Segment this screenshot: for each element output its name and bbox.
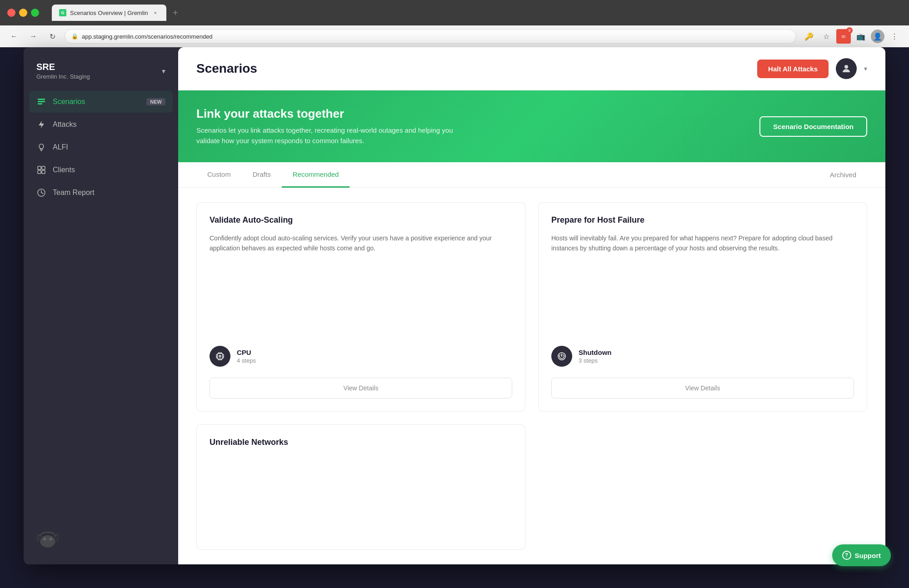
org-sub: Gremlin Inc. Staging (36, 73, 90, 80)
sidebar-item-team-report[interactable]: Team Report (29, 182, 173, 204)
url-text: app.staging.gremlin.com/scenarios/recomm… (82, 33, 213, 40)
halt-all-attacks-btn[interactable]: Halt All Attacks (757, 60, 829, 78)
card-attack-prepare-host-failure: Shutdown 3 steps (551, 346, 854, 367)
svg-point-11 (49, 538, 52, 541)
tab-custom[interactable]: Custom (196, 162, 242, 188)
svg-point-10 (43, 538, 46, 541)
svg-rect-5 (42, 166, 45, 169)
card-title-unreliable-networks: Unreliable Networks (210, 438, 512, 447)
org-name: SRE (36, 62, 90, 72)
hero-text: Link your attacks together Scenarios let… (196, 107, 469, 146)
traffic-lights (7, 9, 39, 17)
sidebar: SRE Gremlin Inc. Staging ▾ (24, 47, 178, 564)
maximize-window-btn[interactable] (31, 9, 39, 17)
svg-rect-0 (38, 99, 45, 100)
sidebar-item-label-attacks: Attacks (53, 120, 76, 129)
back-btn[interactable]: ← (7, 30, 21, 43)
sidebar-item-clients[interactable]: Clients (29, 159, 173, 181)
tabs-container: Custom Drafts Recommended Archived (178, 162, 885, 188)
sidebar-item-label-clients: Clients (53, 166, 75, 174)
attack-info-cpu: CPU 4 steps (237, 349, 256, 364)
address-bar[interactable]: 🔒 app.staging.gremlin.com/scenarios/reco… (65, 29, 796, 44)
team-report-icon (36, 188, 46, 198)
cpu-attack-icon (210, 346, 230, 367)
sidebar-item-attacks[interactable]: Attacks (29, 114, 173, 135)
clients-icon (36, 165, 46, 175)
tab-close-btn[interactable]: × (152, 9, 159, 16)
attacks-icon (36, 120, 46, 130)
top-bar-actions: Halt All Attacks ▾ (757, 58, 867, 79)
new-tab-btn[interactable]: + (168, 5, 183, 20)
org-chevron-icon: ▾ (162, 67, 165, 75)
svg-rect-14 (219, 355, 221, 358)
lock-icon: 🔒 (71, 33, 78, 40)
support-btn[interactable]: ? Support (832, 544, 891, 566)
svg-point-9 (40, 535, 55, 548)
attack-name-shutdown: Shutdown (579, 349, 611, 356)
cast-icon[interactable]: 📺 (854, 29, 868, 44)
close-window-btn[interactable] (7, 9, 15, 17)
attack-steps-cpu: 4 steps (237, 357, 256, 364)
page-title: Scenarios (196, 61, 257, 76)
hero-title: Link your attacks together (196, 107, 469, 121)
sidebar-item-alfi[interactable]: ALFI (29, 136, 173, 158)
sidebar-item-scenarios[interactable]: Scenarios NEW (29, 91, 173, 113)
svg-rect-2 (38, 103, 42, 105)
card-title-validate-auto-scaling: Validate Auto-Scaling (210, 215, 512, 225)
card-attack-validate-auto-scaling: CPU 4 steps (210, 346, 512, 367)
tabs-left: Custom Drafts Recommended (196, 162, 350, 187)
forward-btn[interactable]: → (26, 30, 40, 43)
app-window: SRE Gremlin Inc. Staging ▾ (24, 47, 885, 564)
menu-btn[interactable]: ⋮ (887, 29, 902, 44)
window-wrapper: SRE Gremlin Inc. Staging ▾ (0, 47, 909, 588)
shutdown-attack-icon (551, 346, 572, 367)
nav-items: Scenarios NEW Attacks (24, 91, 178, 204)
tab-favicon: G (59, 9, 66, 16)
view-details-btn-validate-auto-scaling[interactable]: View Details (210, 378, 512, 399)
svg-rect-6 (38, 170, 41, 174)
key-icon[interactable]: 🔑 (802, 29, 816, 44)
minimize-window-btn[interactable] (19, 9, 27, 17)
hero-banner: Link your attacks together Scenarios let… (178, 90, 885, 162)
sidebar-item-label-scenarios: Scenarios (53, 98, 85, 106)
sidebar-bottom (24, 522, 178, 564)
tab-archived[interactable]: Archived (819, 163, 867, 187)
view-details-btn-prepare-host-failure[interactable]: View Details (551, 378, 854, 399)
user-avatar[interactable] (836, 58, 857, 79)
card-prepare-host-failure: Prepare for Host Failure Hosts will inev… (538, 202, 867, 412)
card-validate-auto-scaling: Validate Auto-Scaling Confidently adopt … (196, 202, 525, 412)
attack-name-cpu: CPU (237, 349, 256, 356)
scenarios-icon (36, 97, 46, 107)
sidebar-badge-scenarios: NEW (146, 98, 165, 105)
svg-point-12 (844, 65, 848, 69)
gremlin-logo (36, 531, 59, 549)
svg-rect-1 (38, 101, 45, 102)
tab-bar: G Scenarios Overview | Gremlin × + (52, 5, 183, 21)
active-tab[interactable]: G Scenarios Overview | Gremlin × (52, 5, 166, 21)
ext-label: m (842, 34, 845, 39)
support-label: Support (855, 552, 881, 559)
org-selector[interactable]: SRE Gremlin Inc. Staging ▾ (24, 56, 178, 91)
scenario-documentation-btn[interactable]: Scenario Documentation (759, 116, 867, 137)
main-content: Scenarios Halt All Attacks ▾ (178, 47, 885, 564)
reload-btn[interactable]: ↻ (45, 30, 59, 43)
tab-drafts[interactable]: Drafts (242, 162, 282, 188)
ext-count: 9 (846, 27, 853, 34)
sidebar-item-label-alfi: ALFI (53, 143, 68, 151)
avatar-chevron-icon[interactable]: ▾ (864, 65, 867, 72)
card-unreliable-networks: Unreliable Networks (196, 424, 525, 550)
app-container: SRE Gremlin Inc. Staging ▾ (24, 47, 885, 564)
tab-title: Scenarios Overview | Gremlin (70, 10, 148, 16)
extension-btn[interactable]: m 9 (836, 29, 851, 44)
hero-desc: Scenarios let you link attacks together,… (196, 125, 469, 146)
top-bar: Scenarios Halt All Attacks ▾ (178, 47, 885, 90)
sidebar-item-label-team-report: Team Report (53, 189, 95, 197)
cards-grid: Validate Auto-Scaling Confidently adopt … (178, 188, 885, 564)
support-question-icon: ? (842, 551, 851, 560)
profile-btn[interactable]: 👤 (871, 30, 884, 43)
bookmark-icon[interactable]: ☆ (819, 29, 834, 44)
tab-recommended[interactable]: Recommended (282, 162, 350, 188)
attack-info-shutdown: Shutdown 3 steps (579, 349, 611, 364)
org-info: SRE Gremlin Inc. Staging (36, 62, 90, 80)
nav-tools: 🔑 ☆ m 9 📺 👤 ⋮ (802, 29, 902, 44)
